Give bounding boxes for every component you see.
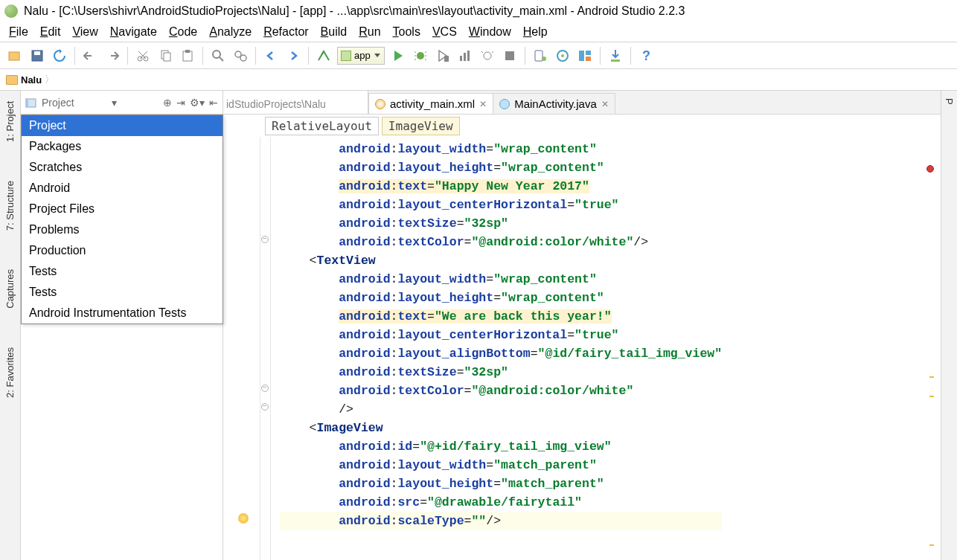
- menu-help[interactable]: Help: [517, 24, 554, 40]
- svg-rect-16: [467, 51, 470, 61]
- editor-area: idStudioProjects\Nalu activity_main.xml✕…: [223, 91, 941, 560]
- svg-rect-15: [464, 53, 466, 61]
- fold-toggle-icon[interactable]: [261, 236, 269, 243]
- dropdown-item[interactable]: Project Files: [22, 199, 223, 219]
- palette-tab[interactable]: P: [943, 95, 956, 108]
- debug-icon[interactable]: [412, 47, 429, 65]
- warning-marker-icon[interactable]: [929, 544, 934, 546]
- copy-icon[interactable]: [156, 47, 174, 65]
- breadcrumb-item[interactable]: RelativeLayout: [265, 117, 379, 135]
- gear-icon[interactable]: ⚙▾: [190, 97, 205, 109]
- run-icon[interactable]: [389, 47, 407, 65]
- open-icon[interactable]: [6, 47, 24, 65]
- menu-view[interactable]: View: [66, 24, 103, 40]
- rail----project[interactable]: 1: Project: [3, 97, 17, 147]
- dropdown-item[interactable]: Scratches: [22, 157, 223, 178]
- svg-rect-26: [611, 59, 620, 62]
- project-panel-header: Project ▾ ⊕ ⇥ ⚙▾ ⇤: [21, 91, 223, 115]
- cut-icon[interactable]: [134, 47, 152, 65]
- undo-icon[interactable]: [81, 47, 99, 65]
- save-icon[interactable]: [28, 47, 46, 65]
- error-indicator-icon[interactable]: [926, 165, 934, 173]
- dropdown-item[interactable]: Production: [22, 240, 223, 261]
- run-coverage-icon[interactable]: [434, 47, 452, 65]
- dropdown-item[interactable]: Tests: [22, 261, 223, 282]
- close-icon[interactable]: ✕: [601, 99, 609, 109]
- svg-point-11: [240, 55, 246, 61]
- svg-text:?: ?: [642, 48, 650, 63]
- svg-point-9: [213, 51, 220, 58]
- attach-debugger-icon[interactable]: [478, 47, 496, 65]
- fold-toggle-icon[interactable]: [261, 403, 269, 411]
- layout-inspector-icon[interactable]: [576, 47, 594, 65]
- warning-marker-icon[interactable]: [929, 396, 934, 397]
- dropdown-item[interactable]: Problems: [22, 219, 223, 240]
- menu-build[interactable]: Build: [315, 24, 353, 40]
- editor-tab[interactable]: activity_main.xml✕: [368, 93, 493, 114]
- help-icon[interactable]: ?: [637, 47, 655, 65]
- avd-icon[interactable]: [531, 47, 549, 65]
- panel-title[interactable]: Project: [42, 97, 74, 109]
- make-icon[interactable]: [315, 47, 333, 65]
- breadcrumb-item[interactable]: ImageView: [382, 117, 460, 135]
- tree-path-text: idStudioProjects\Nalu: [223, 91, 368, 115]
- close-icon[interactable]: ✕: [479, 99, 487, 109]
- rail-captures[interactable]: Captures: [3, 265, 17, 313]
- redo-icon[interactable]: [103, 47, 121, 65]
- stop-icon[interactable]: [501, 47, 519, 65]
- menu-edit[interactable]: Edit: [34, 24, 67, 40]
- replace-icon[interactable]: [231, 47, 249, 65]
- gutter[interactable]: [223, 137, 260, 560]
- code-editor[interactable]: android:layout_width="wrap_content" andr…: [271, 137, 722, 560]
- rail----structure[interactable]: 7: Structure: [3, 176, 17, 235]
- fold-gutter[interactable]: [260, 137, 271, 560]
- file-icon: [499, 99, 510, 109]
- svg-rect-24: [586, 51, 591, 55]
- editor-tab[interactable]: MainActivity.java✕: [493, 93, 615, 114]
- chevron-right-icon: 〉: [45, 73, 54, 86]
- menu-refactor[interactable]: Refactor: [257, 24, 314, 40]
- menu-run[interactable]: Run: [353, 24, 386, 40]
- file-icon: [375, 99, 385, 109]
- collapse-icon[interactable]: ⇥: [176, 97, 185, 109]
- xml-breadcrumb: RelativeLayoutImageView: [223, 115, 941, 137]
- nav-root[interactable]: Nalu: [21, 74, 42, 86]
- project-panel: Project ▾ ⊕ ⇥ ⚙▾ ⇤ ProjectPackagesScratc…: [21, 91, 223, 560]
- download-icon[interactable]: [606, 47, 624, 65]
- run-config-combo[interactable]: app: [337, 47, 385, 65]
- dropdown-item[interactable]: Packages: [22, 136, 223, 157]
- chevron-down-icon[interactable]: ▾: [112, 97, 117, 109]
- tab-label: activity_main.xml: [390, 97, 475, 110]
- sdk-icon[interactable]: [554, 47, 572, 65]
- dropdown-item[interactable]: Android Instrumentation Tests: [22, 303, 223, 324]
- dropdown-item[interactable]: Project: [22, 115, 223, 136]
- svg-point-17: [484, 52, 491, 59]
- menu-code[interactable]: Code: [163, 24, 203, 40]
- menu-tools[interactable]: Tools: [387, 24, 426, 40]
- svg-rect-23: [579, 51, 584, 61]
- intention-bulb-icon[interactable]: [238, 513, 249, 524]
- fold-toggle-icon[interactable]: [261, 384, 269, 392]
- warning-marker-icon[interactable]: [929, 376, 934, 378]
- profiler-icon[interactable]: [456, 47, 474, 65]
- module-icon: [25, 97, 37, 108]
- rail----favorites[interactable]: 2: Favorites: [3, 343, 17, 402]
- menu-vcs[interactable]: VCS: [426, 24, 463, 40]
- dropdown-item[interactable]: Android: [22, 178, 223, 199]
- paste-icon[interactable]: [179, 47, 196, 65]
- hide-icon[interactable]: ⇤: [209, 97, 218, 109]
- dropdown-item[interactable]: Tests: [22, 282, 223, 303]
- locate-icon[interactable]: ⊕: [163, 97, 172, 109]
- android-studio-icon: [4, 4, 18, 18]
- back-icon[interactable]: [262, 47, 280, 65]
- menu-analyze[interactable]: Analyze: [203, 24, 257, 40]
- right-tool-rail: P: [941, 91, 957, 560]
- menu-file[interactable]: File: [3, 24, 34, 40]
- sync-icon[interactable]: [51, 47, 68, 65]
- forward-icon[interactable]: [284, 47, 302, 65]
- find-icon[interactable]: [209, 47, 227, 65]
- svg-point-12: [417, 52, 424, 59]
- menu-window[interactable]: Window: [463, 24, 517, 40]
- menubar: FileEditViewNavigateCodeAnalyzeRefactorB…: [0, 22, 957, 42]
- menu-navigate[interactable]: Navigate: [104, 24, 163, 40]
